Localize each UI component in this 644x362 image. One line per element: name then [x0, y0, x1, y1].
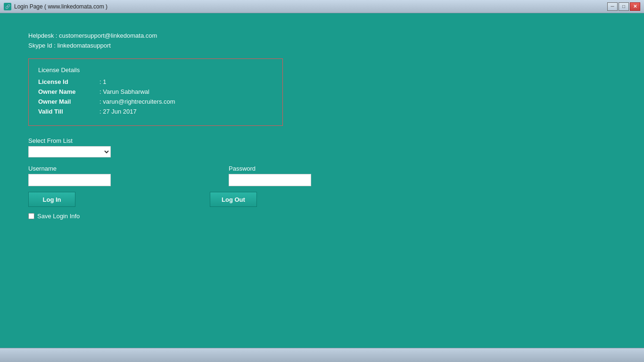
window-controls: ─ □ ✕: [607, 2, 640, 11]
logout-button[interactable]: Log Out: [210, 192, 257, 207]
select-dropdown[interactable]: [28, 146, 111, 157]
skype-label: Skype Id :: [28, 42, 56, 49]
username-label: Username: [28, 165, 111, 172]
license-id-label: License Id: [38, 78, 99, 85]
minimize-button[interactable]: ─: [607, 2, 618, 11]
buttons-row: Log In Log Out: [28, 192, 616, 207]
license-valid-label: Valid Till: [38, 108, 99, 115]
license-valid-row: Valid Till : 27 Jun 2017: [38, 108, 273, 115]
save-login-checkbox[interactable]: [28, 213, 34, 219]
license-box: License Details License Id : 1 Owner Nam…: [28, 58, 283, 126]
license-owner-label: Owner Name: [38, 88, 99, 95]
license-owner-value: : Varun Sabharwal: [99, 88, 149, 95]
maximize-button[interactable]: □: [619, 2, 629, 11]
main-content: Helpdesk : customersupport@linkedomata.c…: [0, 13, 644, 239]
fields-row: Username Password: [28, 165, 616, 186]
app-icon-text: 🔗: [5, 4, 10, 9]
close-button[interactable]: ✕: [630, 2, 640, 11]
helpdesk-email: customersupport@linkedomata.com: [59, 32, 157, 39]
license-id-row: License Id : 1: [38, 78, 273, 85]
select-from-list-group: Select From List: [28, 137, 616, 157]
license-owner-row: Owner Name : Varun Sabharwal: [38, 88, 273, 95]
app-icon: 🔗: [4, 3, 11, 10]
helpdesk-line: Helpdesk : customersupport@linkedomata.c…: [28, 32, 616, 39]
license-mail-label: Owner Mail: [38, 98, 99, 105]
window-title: Login Page ( www.linkedomata.com ): [14, 3, 107, 10]
license-mail-value: : varun@rightrecruiters.com: [99, 98, 175, 105]
license-id-value: : 1: [99, 78, 106, 85]
title-bar: 🔗 Login Page ( www.linkedomata.com ) ─ □…: [0, 0, 644, 13]
title-bar-left: 🔗 Login Page ( www.linkedomata.com ): [4, 3, 107, 10]
taskbar: [0, 348, 644, 362]
skype-line: Skype Id : linkedomatasupport: [28, 42, 616, 49]
password-input[interactable]: [229, 174, 311, 186]
password-group: Password: [229, 165, 311, 186]
license-title: License Details: [38, 66, 273, 74]
license-mail-row: Owner Mail : varun@rightrecruiters.com: [38, 98, 273, 105]
license-valid-value: : 27 Jun 2017: [99, 108, 137, 115]
select-label: Select From List: [28, 137, 616, 144]
save-login-label[interactable]: Save Login Info: [37, 213, 80, 220]
helpdesk-label: Helpdesk :: [28, 32, 57, 39]
save-login-row: Save Login Info: [28, 213, 616, 220]
username-input[interactable]: [28, 174, 111, 186]
password-label: Password: [229, 165, 311, 172]
login-button[interactable]: Log In: [28, 192, 75, 207]
username-group: Username: [28, 165, 111, 186]
skype-value: linkedomatasupport: [57, 42, 110, 49]
